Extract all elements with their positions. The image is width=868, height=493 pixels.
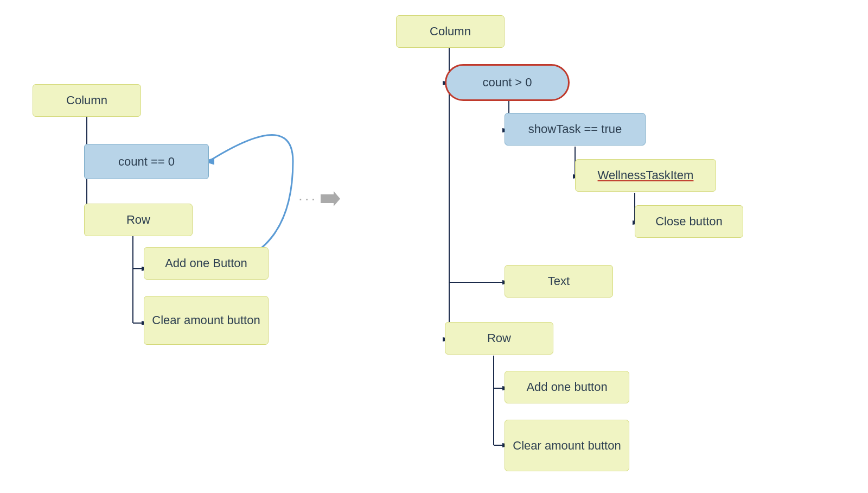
left-clear-amount-node: Clear amount button: [144, 296, 269, 345]
dots-arrow-icon: [321, 191, 340, 206]
connector-lines: [0, 0, 868, 493]
right-row-node: Row: [445, 322, 553, 355]
right-show-task-node: showTask == true: [505, 113, 646, 146]
left-count-eq0-node: count == 0: [84, 144, 209, 179]
right-wellness-task-item-node: WellnessTaskItem: [575, 159, 716, 192]
right-text-node: Text: [505, 265, 613, 298]
diagram-container: Column count == 0 Row Add one Button Cle…: [0, 0, 868, 493]
left-add-one-button-node: Add one Button: [144, 247, 269, 280]
dots-separator: ···: [298, 190, 340, 207]
left-row-node: Row: [84, 204, 193, 236]
right-column-node: Column: [396, 15, 505, 48]
right-add-one-button-node: Add one button: [505, 371, 629, 403]
left-column-node: Column: [33, 84, 141, 117]
right-close-button-node: Close button: [635, 205, 743, 238]
right-clear-amount-button-node: Clear amount button: [505, 420, 629, 471]
right-count-gt0-node: count > 0: [445, 64, 570, 101]
svg-marker-23: [321, 191, 340, 206]
